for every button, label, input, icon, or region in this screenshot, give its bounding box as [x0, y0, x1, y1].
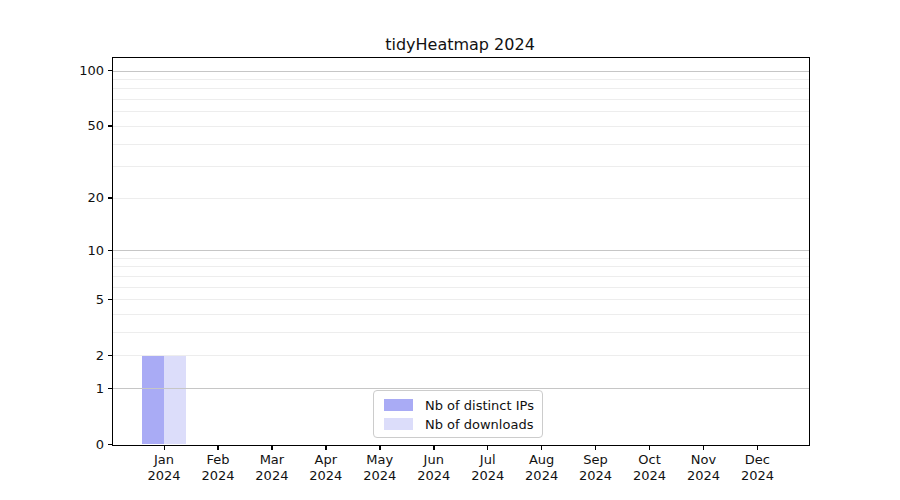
- y-tick-mark: [108, 444, 112, 445]
- y-tick-label: 100: [0, 63, 104, 78]
- y-gridline-minor: [113, 266, 809, 267]
- legend-label-downloads: Nb of downloads: [425, 417, 533, 432]
- y-tick-mark: [108, 125, 112, 126]
- x-tick-mark: [325, 446, 326, 450]
- y-tick-label: 50: [0, 118, 104, 133]
- bar-series-0: [142, 355, 164, 444]
- y-gridline-minor: [113, 88, 809, 89]
- x-tick-mark: [217, 446, 218, 450]
- y-tick-label: 5: [0, 292, 104, 307]
- y-gridline-minor: [113, 314, 809, 315]
- x-tick-mark: [271, 446, 272, 450]
- legend-row-downloads: Nb of downloads: [384, 416, 532, 432]
- x-tick-mark: [487, 446, 488, 450]
- y-tick-mark: [108, 70, 112, 71]
- bar-series-1: [164, 355, 186, 444]
- y-tick-label: 10: [0, 243, 104, 258]
- y-gridline-minor: [113, 79, 809, 80]
- y-gridline-minor: [113, 99, 809, 100]
- x-tick-mark: [433, 446, 434, 450]
- y-gridline-minor: [113, 355, 809, 356]
- x-tick-mark: [649, 446, 650, 450]
- x-tick-mark: [595, 446, 596, 450]
- x-tick-mark: [379, 446, 380, 450]
- y-tick-mark: [108, 299, 112, 300]
- x-tick-mark: [164, 446, 165, 450]
- y-gridline-minor: [113, 258, 809, 259]
- x-tick-mark: [703, 446, 704, 450]
- y-gridline-minor: [113, 332, 809, 333]
- y-tick-mark: [108, 388, 112, 389]
- y-tick-label: 2: [0, 348, 104, 363]
- y-gridline-major: [113, 250, 809, 251]
- y-tick-label: 1: [0, 381, 104, 396]
- legend-label-distinct-ips: Nb of distinct IPs: [425, 398, 534, 413]
- y-gridline-minor: [113, 144, 809, 145]
- y-gridline-minor: [113, 166, 809, 167]
- y-tick-label: 20: [0, 190, 104, 205]
- figure: 0125102050100Jan2024Feb2024Mar2024Apr202…: [0, 0, 900, 500]
- y-gridline-minor: [113, 299, 809, 300]
- y-gridline-minor: [113, 126, 809, 127]
- y-gridline-minor: [113, 287, 809, 288]
- legend-swatch-downloads: [384, 418, 413, 430]
- x-tick-mark: [541, 446, 542, 450]
- legend-row-distinct-ips: Nb of distinct IPs: [384, 397, 532, 413]
- chart-title: tidyHeatmap 2024: [280, 35, 640, 54]
- x-tick-sublabel: 2024: [725, 468, 789, 484]
- y-tick-label: 0: [0, 437, 104, 452]
- x-tick-label: Dec2024: [725, 452, 789, 484]
- y-tick-mark: [108, 197, 112, 198]
- x-tick-mark: [757, 446, 758, 450]
- legend-swatch-distinct-ips: [384, 399, 413, 411]
- y-tick-mark: [108, 355, 112, 356]
- y-gridline-minor: [113, 276, 809, 277]
- y-gridline-major: [113, 71, 809, 72]
- legend: Nb of distinct IPs Nb of downloads: [373, 390, 543, 438]
- y-gridline-minor: [113, 111, 809, 112]
- y-tick-mark: [108, 250, 112, 251]
- y-gridline-minor: [113, 198, 809, 199]
